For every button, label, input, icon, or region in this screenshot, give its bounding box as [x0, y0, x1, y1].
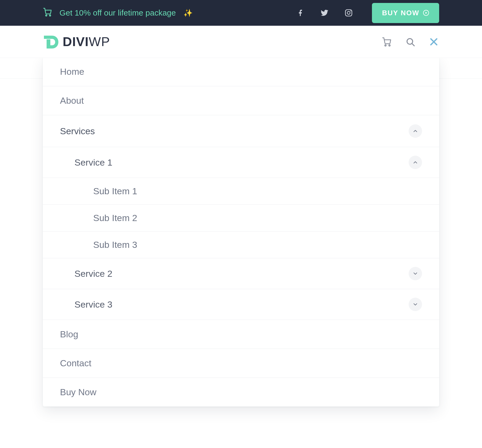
nav-item-blog[interactable]: Blog	[43, 320, 439, 349]
site-header: DIVIWP	[0, 26, 482, 58]
svg-point-3	[347, 12, 350, 14]
svg-point-1	[50, 15, 51, 16]
nav-item-contact[interactable]: Contact	[43, 349, 439, 378]
nav-item-about[interactable]: About	[43, 86, 439, 115]
header-icon-group	[381, 36, 439, 47]
nav-menu-panel: Home About Services Service 1 Sub Item 1…	[43, 57, 439, 406]
header-cart-icon[interactable]	[381, 36, 392, 47]
chevron-up-icon[interactable]	[409, 124, 422, 138]
facebook-icon[interactable]	[296, 8, 305, 17]
brand-logo[interactable]: DIVIWP	[43, 33, 110, 50]
nav-item-label: Service 1	[74, 157, 112, 168]
nav-subitem-service-2[interactable]: Service 2	[43, 258, 439, 289]
brand-thin: WP	[89, 35, 110, 49]
nav-item-label: Blog	[60, 329, 78, 339]
nav-item-buy-now[interactable]: Buy Now	[43, 378, 439, 406]
buy-now-label: BUY NOW	[382, 9, 419, 17]
top-promo-bar: Get 10% off our lifetime package ✨ BUY N…	[0, 0, 482, 26]
search-icon[interactable]	[405, 36, 416, 47]
nav-item-label: Service 2	[74, 268, 112, 279]
promo-message[interactable]: Get 10% off our lifetime package ✨	[43, 8, 193, 18]
chevron-down-icon[interactable]	[409, 298, 422, 311]
sparkle-icon: ✨	[183, 9, 193, 17]
svg-line-8	[412, 43, 414, 46]
nav-subitem-service-1[interactable]: Service 1	[43, 147, 439, 178]
nav-subitem-service-3[interactable]: Service 3	[43, 289, 439, 320]
promo-text: Get 10% off our lifetime package	[59, 8, 176, 17]
svg-point-6	[389, 45, 390, 46]
nav-item-home[interactable]: Home	[43, 57, 439, 86]
top-promo-inner: Get 10% off our lifetime package ✨ BUY N…	[43, 3, 439, 23]
nav-item-services[interactable]: Services	[43, 115, 439, 147]
svg-point-4	[350, 10, 351, 11]
nav-item-label: Services	[60, 126, 95, 136]
nav-item-label: Sub Item 1	[93, 186, 137, 196]
nav-subsubitem-3[interactable]: Sub Item 3	[43, 232, 439, 258]
svg-point-5	[385, 45, 386, 46]
nav-subsubitem-2[interactable]: Sub Item 2	[43, 205, 439, 232]
site-header-inner: DIVIWP	[43, 33, 439, 50]
svg-point-0	[46, 15, 47, 16]
nav-item-label: Buy Now	[60, 387, 96, 397]
social-links	[296, 8, 353, 17]
nav-item-label: Sub Item 2	[93, 213, 137, 223]
nav-item-label: About	[60, 95, 84, 106]
brand-text: DIVIWP	[63, 34, 110, 49]
buy-now-button[interactable]: BUY NOW	[372, 3, 439, 23]
nav-item-label: Home	[60, 66, 84, 77]
nav-subsubitem-1[interactable]: Sub Item 1	[43, 178, 439, 205]
close-icon[interactable]	[428, 36, 439, 47]
nav-item-label: Contact	[60, 358, 91, 368]
brand-bold: DIVI	[63, 35, 89, 49]
cart-icon	[43, 8, 52, 18]
chevron-up-icon[interactable]	[409, 156, 422, 169]
nav-item-label: Service 3	[74, 299, 112, 310]
chevron-down-icon[interactable]	[409, 267, 422, 280]
brand-mark-icon	[43, 33, 59, 50]
nav-item-label: Sub Item 3	[93, 240, 137, 250]
twitter-icon[interactable]	[320, 8, 329, 17]
instagram-icon[interactable]	[344, 8, 353, 17]
arrow-circle-icon	[423, 10, 429, 16]
